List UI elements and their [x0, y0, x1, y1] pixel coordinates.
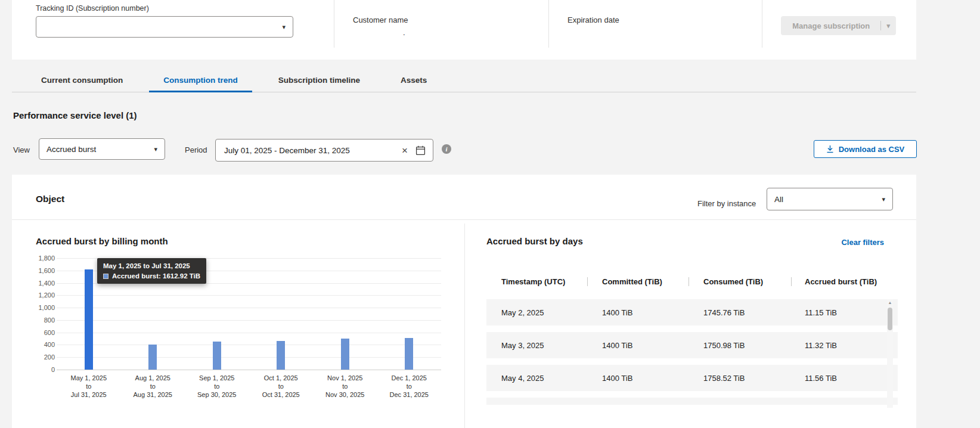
chevron-down-icon: ▾ — [882, 196, 885, 203]
x-axis-label: Nov 1, 2025toNov 30, 2025 — [313, 374, 377, 399]
table-row: May 2, 20251400 TiB1745.76 TiB11.15 TiB — [486, 299, 898, 325]
expiration-date-value — [567, 28, 619, 36]
manage-subscription-button[interactable]: Manage subscription ▾ — [781, 16, 896, 35]
gridline — [57, 345, 441, 345]
chart-bar[interactable] — [148, 345, 157, 370]
chart-y-axis: 1,8001,6001,4001,2001,0008006004002000 — [24, 258, 55, 370]
scroll-up-icon[interactable]: ▲ — [887, 299, 893, 306]
x-axis-label: Oct 1, 2025toOct 31, 2025 — [249, 374, 314, 399]
y-tick-label: 1,800 — [24, 255, 55, 262]
y-tick-label: 1,000 — [24, 304, 55, 311]
table-cell: 1400 TiB — [588, 341, 689, 350]
tracking-id-select[interactable]: ▾ — [36, 16, 293, 38]
tab-consumption-trend[interactable]: Consumption trend — [149, 68, 252, 92]
table-cell: 1750.98 TiB — [689, 341, 792, 350]
customer-name-value: . — [353, 28, 408, 37]
table-cell: 1745.76 TiB — [689, 308, 792, 317]
table-body: May 2, 20251400 TiB1745.76 TiB11.15 TiBM… — [486, 299, 898, 405]
page: Tracking ID (Subscription number) ▾ Cust… — [0, 0, 980, 428]
chevron-down-icon: ▾ — [282, 24, 286, 30]
expiration-date-block: Expiration date — [567, 15, 619, 36]
calendar-icon[interactable] — [415, 145, 426, 156]
divider — [334, 0, 334, 48]
clear-period-icon[interactable]: × — [402, 145, 408, 156]
tab-subscription-timeline[interactable]: Subscription timeline — [264, 68, 374, 92]
table-cell: May 2, 2025 — [486, 308, 588, 317]
y-tick-label: 1,400 — [24, 280, 55, 287]
divider — [12, 219, 916, 220]
tab-assets[interactable]: Assets — [386, 68, 441, 92]
tab-current-consumption[interactable]: Current consumption — [27, 68, 137, 92]
gridline — [57, 320, 441, 321]
period-value: July 01, 2025 - December 31, 2025 — [224, 146, 402, 155]
period-label: Period — [185, 145, 207, 154]
chart-x-axis: May 1, 2025toJul 31, 2025Aug 1, 2025toAu… — [57, 374, 441, 399]
table-row: May 3, 20251400 TiB1750.98 TiB11.32 TiB — [486, 332, 898, 358]
table-cell: 11.32 TiB — [792, 341, 883, 350]
divider — [762, 0, 762, 48]
clear-filters-link[interactable]: Clear filters — [841, 238, 884, 247]
table-cell: May 4, 2025 — [486, 374, 588, 383]
y-tick-label: 600 — [24, 329, 55, 336]
button-divider — [880, 21, 881, 30]
chart-bar[interactable] — [213, 342, 221, 370]
chevron-down-icon: ▾ — [154, 146, 157, 153]
x-axis-label: Sep 1, 2025toSep 30, 2025 — [185, 374, 249, 399]
view-label: View — [13, 145, 30, 154]
chart-bar[interactable] — [341, 339, 349, 370]
download-csv-label: Download as CSV — [839, 145, 905, 154]
accrued-burst-table: Timestamp (UTC)Committed (TiB)Consumed (… — [486, 273, 898, 405]
table-header-row: Timestamp (UTC)Committed (TiB)Consumed (… — [486, 273, 898, 290]
period-input[interactable]: July 01, 2025 - December 31, 2025 × — [215, 139, 433, 162]
column-header: Accrued burst (TiB) — [792, 273, 883, 290]
table-title: Accrued burst by days — [486, 236, 583, 246]
gridline — [57, 357, 441, 358]
gridline — [57, 333, 441, 333]
gridline — [57, 308, 441, 308]
y-tick-label: 0 — [24, 366, 55, 373]
download-csv-button[interactable]: Download as CSV — [814, 140, 917, 158]
customer-name-block: Customer name . — [353, 15, 408, 37]
customer-name-label: Customer name — [353, 15, 408, 24]
info-icon[interactable]: i — [442, 144, 451, 154]
expiration-date-label: Expiration date — [567, 15, 619, 24]
table-row-partial — [486, 398, 898, 405]
chart-plot-area: May 1, 2025 to Jul 31, 2025 Accrued burs… — [57, 258, 441, 370]
chevron-down-icon[interactable]: ▾ — [886, 23, 890, 29]
column-header: Timestamp (UTC) — [486, 273, 588, 290]
y-tick-label: 1,200 — [24, 291, 55, 299]
divider — [548, 0, 549, 48]
filter-instance-value: All — [774, 195, 783, 204]
column-header: Committed (TiB) — [588, 273, 689, 290]
table-cell: May 3, 2025 — [486, 341, 588, 350]
table-cell: 1400 TiB — [588, 308, 689, 317]
tab-bar: Current consumptionConsumption trendSubs… — [12, 68, 916, 92]
table-cell: 1758.52 TiB — [689, 374, 792, 383]
chart-bar[interactable] — [405, 338, 413, 370]
manage-subscription-label: Manage subscription — [787, 21, 875, 30]
x-axis-label: Aug 1, 2025toAug 31, 2025 — [121, 374, 185, 399]
divider — [464, 224, 465, 428]
subscription-header: Tracking ID (Subscription number) ▾ Cust… — [12, 0, 916, 60]
filter-by-instance-label: Filter by instance — [697, 199, 756, 208]
table-cell: 11.56 TiB — [792, 374, 883, 383]
table-cell: 11.15 TiB — [792, 308, 883, 317]
x-axis-label: May 1, 2025toJul 31, 2025 — [57, 374, 121, 399]
y-tick-label: 400 — [24, 341, 55, 348]
chart-bar[interactable] — [85, 269, 93, 370]
view-select[interactable]: Accrued burst ▾ — [39, 138, 165, 160]
gridline — [57, 370, 441, 370]
scrollbar-thumb[interactable] — [888, 308, 892, 330]
chart-tooltip: May 1, 2025 to Jul 31, 2025 Accrued burs… — [97, 258, 206, 284]
table-scrollbar[interactable]: ▲ — [887, 299, 893, 408]
filter-instance-select[interactable]: All ▾ — [767, 188, 893, 210]
section-title: Performance service level (1) — [13, 110, 137, 120]
view-select-value: Accrued burst — [46, 145, 96, 154]
object-title: Object — [36, 194, 64, 204]
gridline — [57, 295, 441, 296]
consumption-trend-panel: Object Filter by instance All ▾ Accrued … — [12, 175, 916, 428]
tooltip-value: Accrued burst: 1612.92 TiB — [112, 272, 200, 280]
tooltip-title: May 1, 2025 to Jul 31, 2025 — [103, 262, 200, 269]
chart-bar[interactable] — [277, 341, 285, 370]
y-tick-label: 200 — [24, 353, 55, 361]
